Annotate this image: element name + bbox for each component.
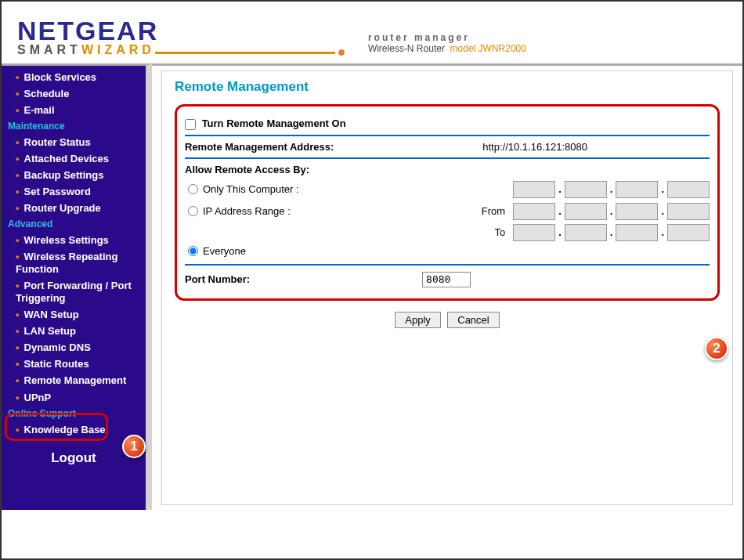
ip-octet-input[interactable] xyxy=(565,181,607,198)
annotation-badge-2: 2 xyxy=(705,337,728,360)
ip-octet-input[interactable] xyxy=(565,203,607,220)
brand-subtitle: SMARTWIZARD xyxy=(17,43,155,57)
action-buttons: Apply Cancel xyxy=(175,312,720,328)
ip-range-row: IP Address Range : From . . . xyxy=(185,201,710,222)
sidebar-item-dynamic-dns[interactable]: Dynamic DNS xyxy=(2,339,146,356)
enable-remote-checkbox[interactable] xyxy=(185,119,196,130)
to-label: To xyxy=(474,226,505,238)
cancel-button[interactable]: Cancel xyxy=(447,312,499,328)
sidebar-item-router-status[interactable]: Router Status xyxy=(2,134,146,150)
product-subhead: router manager Wireless-N Router model J… xyxy=(368,32,526,57)
sidebar-item-port-forwarding[interactable]: Port Forwarding / Port Triggering xyxy=(2,277,146,306)
sidebar-item-remote-management[interactable]: Remote Management xyxy=(2,372,146,389)
allow-access-section: Allow Remote Access By: Only This Comput… xyxy=(185,159,710,266)
ip-octet-input[interactable] xyxy=(667,224,710,241)
remote-address-label: Remote Management Address: xyxy=(185,141,334,153)
sidebar-item-upnp[interactable]: UPnP xyxy=(2,389,146,406)
sidebar-item-router-upgrade[interactable]: Router Upgrade xyxy=(2,200,146,216)
ip-range-label: IP Address Range : xyxy=(203,205,291,217)
sidebar-item-attached-devices[interactable]: Attached Devices xyxy=(2,150,146,167)
sidebar-item-set-password[interactable]: Set Password xyxy=(2,183,146,200)
sidebar-item-knowledge-base[interactable]: Knowledge Base xyxy=(2,421,146,438)
enable-remote-label: Turn Remote Management On xyxy=(202,117,346,129)
sidebar-heading-maintenance: Maintenance xyxy=(2,118,146,134)
header: NETGEAR SMARTWIZARD router manager Wirel… xyxy=(2,2,742,63)
page-title: Remote Management xyxy=(175,79,720,95)
ip-octet-input[interactable] xyxy=(565,224,607,241)
ip-octet-input[interactable] xyxy=(513,203,555,220)
sidebar-item-email[interactable]: E-mail xyxy=(2,102,146,118)
ip-octet-input[interactable] xyxy=(667,181,710,198)
sidebar-item-wireless-repeating[interactable]: Wireless Repeating Function xyxy=(2,248,146,277)
ip-octet-input[interactable] xyxy=(616,181,658,198)
remote-address-row: Remote Management Address: http://10.1.1… xyxy=(185,136,710,159)
router-admin-page: NETGEAR SMARTWIZARD router manager Wirel… xyxy=(0,0,744,560)
content-area: Remote Management Turn Remote Management… xyxy=(152,63,742,510)
only-this-ip-group: . . . xyxy=(513,181,710,198)
sidebar-item-wan-setup[interactable]: WAN Setup xyxy=(2,306,146,323)
port-number-label: Port Number: xyxy=(185,273,250,285)
from-label: From xyxy=(474,205,505,217)
sidebar-item-backup-settings[interactable]: Backup Settings xyxy=(2,167,146,183)
ip-range-to-group: To . . . xyxy=(474,224,710,241)
annotation-badge-1: 1 xyxy=(122,435,146,458)
only-this-radio[interactable] xyxy=(188,184,198,194)
ip-octet-input[interactable] xyxy=(616,224,658,241)
sidebar-heading-advanced: Advanced xyxy=(2,216,146,232)
apply-button[interactable]: Apply xyxy=(395,312,441,328)
ip-range-from-group: From . . . xyxy=(474,203,710,220)
settings-highlight-box: Turn Remote Management On Remote Managem… xyxy=(175,104,720,301)
enable-remote-row: Turn Remote Management On xyxy=(185,113,710,136)
port-number-row: Port Number: xyxy=(185,266,710,291)
port-number-input[interactable] xyxy=(422,272,471,287)
everyone-label: Everyone xyxy=(203,245,246,257)
sidebar-item-wireless-settings[interactable]: Wireless Settings xyxy=(2,232,146,248)
ip-octet-input[interactable] xyxy=(513,224,555,241)
sidebar-item-lan-setup[interactable]: LAN Setup xyxy=(2,323,146,339)
ip-octet-input[interactable] xyxy=(616,203,658,220)
remote-address-value: http://10.1.16.121:8080 xyxy=(482,141,587,153)
allow-access-label: Allow Remote Access By: xyxy=(185,164,710,179)
ip-octet-input[interactable] xyxy=(667,203,710,220)
divider-line xyxy=(155,52,335,54)
sidebar-item-static-routes[interactable]: Static Routes xyxy=(2,356,146,372)
sidebar-item-schedule[interactable]: Schedule xyxy=(2,85,146,102)
everyone-row: Everyone xyxy=(185,243,710,259)
sidebar-heading-support: Online Support xyxy=(2,406,146,421)
ip-octet-input[interactable] xyxy=(513,181,555,198)
brand-logo: NETGEAR xyxy=(17,16,345,46)
ip-range-radio[interactable] xyxy=(188,206,198,216)
only-this-row: Only This Computer : . . . xyxy=(185,179,710,201)
only-this-label: Only This Computer : xyxy=(203,183,299,195)
sidebar-item-block-services[interactable]: Block Services xyxy=(2,69,146,85)
everyone-radio[interactable] xyxy=(188,246,198,256)
divider-dot xyxy=(338,49,345,56)
ip-range-to-row: To . . . xyxy=(185,222,710,243)
